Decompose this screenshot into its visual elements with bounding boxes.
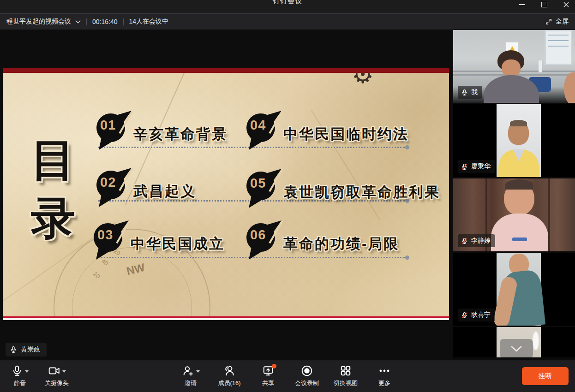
- camera-button[interactable]: 关摄像头: [44, 364, 69, 387]
- participant-video-me[interactable]: 我: [453, 30, 575, 103]
- switch-view-button[interactable]: 切换视图: [333, 364, 358, 387]
- slide-body: NW 40 10 20 ⚙ 目录 01 辛亥革命背景 02 武昌起: [3, 73, 449, 316]
- mic-muted-icon: [461, 312, 468, 319]
- participant-label: 耿喜宁: [458, 309, 495, 321]
- active-speaker-name: 黄崇政: [21, 345, 40, 354]
- slide-top-red-bar: [3, 68, 449, 73]
- app-title: 钉钉会议: [0, 0, 575, 6]
- record-icon: [301, 365, 313, 377]
- video-feed: [497, 104, 541, 177]
- toc-item-label: 袁世凯窃取革命胜利果: [283, 183, 440, 202]
- mic-on-icon: [461, 89, 468, 96]
- members-label: 成员(16): [218, 379, 240, 387]
- meeting-timer: 00:16:40: [92, 18, 118, 25]
- mute-label: 静音: [14, 379, 26, 387]
- meeting-info-bar: 程世平发起的视频会议 00:16:40 14人在会议中 全屏: [0, 14, 575, 30]
- toc-item-label: 中华民国成立: [131, 234, 225, 254]
- share-notification-badge: [272, 364, 276, 368]
- active-speaker-indicator: 黄崇政: [6, 343, 47, 356]
- toc-item-label: 武昌起义: [133, 182, 196, 201]
- divider: [123, 18, 124, 25]
- fullscreen-button[interactable]: 全屏: [545, 18, 569, 26]
- members-button[interactable]: 成员(16): [217, 364, 242, 387]
- meeting-title-dropdown[interactable]: 程世平发起的视频会议: [6, 18, 81, 26]
- member-count-status: 14人在会议中: [129, 18, 169, 26]
- close-icon[interactable]: [563, 1, 569, 8]
- participant-video-gengxining[interactable]: 耿喜宁: [453, 253, 575, 326]
- participant-label: 廖秉华: [458, 160, 495, 173]
- video-feed: [497, 253, 541, 326]
- toc-number-pin: 01: [96, 113, 125, 142]
- participant-name: 我: [471, 88, 478, 96]
- switch-view-label: 切换视图: [334, 379, 358, 387]
- participant-video-lijingting[interactable]: 李静婷: [453, 178, 575, 251]
- participant-label: 李静婷: [458, 234, 495, 247]
- meeting-title: 程世平发起的视频会议: [6, 18, 71, 26]
- toc-number-pin: 06: [246, 223, 275, 252]
- gear-icon: ⚙: [352, 73, 374, 89]
- more-button[interactable]: 更多: [372, 364, 397, 387]
- share-button[interactable]: 共享: [256, 364, 281, 387]
- camera-icon: [48, 365, 60, 377]
- chevron-down-icon: [75, 20, 81, 24]
- grid-view-icon: [340, 365, 352, 377]
- toc-item-label: 中华民国临时约法: [283, 125, 409, 144]
- window-controls: [519, 0, 569, 9]
- toc-item-2: 02 武昌起义: [96, 171, 196, 201]
- camera-options-caret[interactable]: [62, 370, 66, 373]
- hangup-button[interactable]: 挂断: [522, 367, 569, 385]
- minimize-icon[interactable]: [519, 1, 525, 8]
- toolbar-left-group: 静音 关摄像头: [7, 364, 69, 387]
- presentation-slide: NW 40 10 20 ⚙ 目录 01 辛亥革命背景 02 武昌起: [3, 68, 449, 320]
- camera-label: 关摄像头: [45, 379, 69, 387]
- fullscreen-icon: [545, 18, 552, 25]
- share-label: 共享: [262, 379, 274, 387]
- record-button[interactable]: 会议录制: [294, 364, 319, 387]
- toc-number-pin: 05: [246, 172, 275, 200]
- meeting-toolbar: 静音 关摄像头: [0, 360, 575, 392]
- mic-options-caret[interactable]: [25, 370, 29, 373]
- toolbar-center-group: 邀请 成员(16): [178, 364, 397, 387]
- toc-item-5: 05 袁世凯窃取革命胜利果: [246, 172, 440, 202]
- divider: [86, 18, 87, 25]
- slide-bottom-white-line: [3, 318, 449, 320]
- participant-name: 廖秉华: [471, 162, 491, 171]
- record-label: 会议录制: [295, 379, 319, 387]
- toc-number-pin: 02: [96, 171, 125, 199]
- mic-on-icon: [10, 346, 17, 353]
- toc-item-4: 04 中华民国临时约法: [246, 113, 409, 144]
- shared-screen-stage: NW 40 10 20 ⚙ 目录 01 辛亥革命背景 02 武昌起: [0, 30, 453, 360]
- participant-label: 我: [458, 86, 482, 99]
- scroll-down-button[interactable]: [500, 339, 533, 357]
- participant-name: 耿喜宁: [471, 311, 491, 319]
- dingtalk-meeting-window: 钉钉会议 程世平发起的视频会议 00:16:40 14人在会议中 全屏: [0, 0, 575, 392]
- mic-muted-icon: [461, 163, 468, 170]
- toc-item-1: 01 辛亥革命背景: [96, 113, 228, 144]
- toc-number-pin: 04: [246, 113, 275, 142]
- participant-video-liaobinghua[interactable]: 廖秉华: [453, 104, 575, 177]
- participant-name: 李静婷: [471, 237, 491, 245]
- mute-button[interactable]: 静音: [7, 364, 32, 387]
- invite-label: 邀请: [185, 379, 197, 387]
- fullscreen-label: 全屏: [556, 18, 569, 26]
- members-icon: [223, 365, 235, 377]
- invite-button[interactable]: 邀请: [178, 364, 203, 387]
- toc-item-label: 革命的功绩-局限: [283, 234, 399, 254]
- invite-person-icon: [182, 365, 194, 377]
- participant-video-partial[interactable]: [453, 327, 575, 357]
- toc-number-pin: 03: [94, 223, 122, 252]
- toc-item-3: 03 中华民国成立: [94, 223, 225, 254]
- meeting-content: NW 40 10 20 ⚙ 目录 01 辛亥革命背景 02 武昌起: [0, 30, 575, 360]
- mic-muted-icon: [461, 238, 468, 244]
- toc-item-6: 06 革命的功绩-局限: [246, 223, 399, 254]
- chevron-down-icon: [510, 345, 522, 352]
- participant-sidebar: 我 廖秉华: [453, 30, 575, 360]
- more-label: 更多: [378, 379, 390, 387]
- toc-title: 目录: [28, 131, 78, 247]
- toc-item-label: 辛亥革命背景: [133, 125, 228, 144]
- maximize-icon[interactable]: [541, 1, 547, 8]
- mic-icon: [11, 365, 23, 377]
- more-dots-icon: [378, 365, 390, 377]
- window-titlebar: 钉钉会议: [0, 0, 575, 14]
- invite-options-caret[interactable]: [196, 370, 200, 373]
